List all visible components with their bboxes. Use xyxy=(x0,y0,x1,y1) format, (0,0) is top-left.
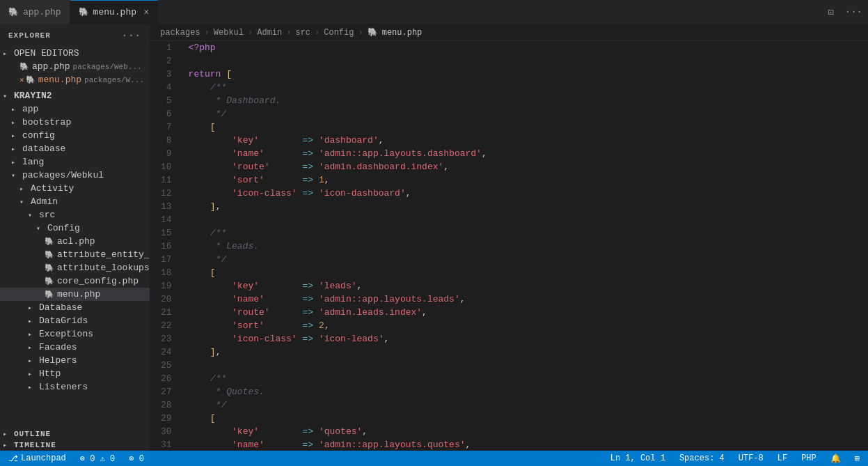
tab-menu-php[interactable]: 🐘 menu.php × xyxy=(70,0,159,24)
folder-helpers[interactable]: ▸ Helpers xyxy=(0,354,150,367)
folder-bootstrap[interactable]: ▸ bootstrap xyxy=(0,116,150,129)
line-code[interactable]: 'name' => 'admin::app.layouts.quotes', xyxy=(183,438,868,451)
file-label: attribute_entity_type... xyxy=(57,249,150,260)
breadcrumb-icon-php: 🐘 xyxy=(368,27,378,38)
errors-warnings[interactable]: ⊗ 0 ⚠ 0 xyxy=(77,453,118,464)
line-code[interactable]: * Quotes. xyxy=(183,385,868,398)
cursor-position[interactable]: Ln 1, Col 1 xyxy=(608,453,668,463)
folder-datagrids[interactable]: ▸ DataGrids xyxy=(0,314,150,327)
explorer-dots-icon[interactable]: ··· xyxy=(122,30,141,41)
open-editors-section[interactable]: ▸ OPEN EDITORS xyxy=(0,47,150,60)
file-attr-lookups[interactable]: 🐘 attribute_lookups.php xyxy=(0,261,150,274)
encoding-label: UTF-8 xyxy=(739,453,764,463)
eol[interactable]: LF xyxy=(775,453,790,463)
table-row: 3return [ xyxy=(150,68,868,81)
indentation[interactable]: Spaces: 4 xyxy=(677,453,727,463)
table-row: 31 'name' => 'admin::app.layouts.quotes'… xyxy=(150,438,868,451)
explorer-header[interactable]: EXPLORER ··· xyxy=(0,24,150,47)
folder-http[interactable]: ▸ Http xyxy=(0,367,150,380)
folder-database[interactable]: ▸ database xyxy=(0,142,150,155)
line-code[interactable]: 'sort' => 1, xyxy=(183,173,868,187)
breadcrumb-src[interactable]: src xyxy=(295,28,310,38)
editor-file-app-php[interactable]: 🐘 app.php packages/Web... xyxy=(0,60,150,73)
file-menu-php[interactable]: 🐘 menu.php xyxy=(0,288,150,301)
line-code[interactable]: 'name' => 'admin::app.layouts.leads', xyxy=(183,293,868,306)
language-mode[interactable]: PHP xyxy=(798,453,819,463)
table-row: 24 ], xyxy=(150,345,868,359)
folder-src[interactable]: ▾ src xyxy=(0,208,150,222)
line-number: 18 xyxy=(150,266,183,279)
chevron-right-icon: ▸ xyxy=(28,357,39,365)
encoding[interactable]: UTF-8 xyxy=(736,453,766,463)
notifications[interactable]: 🔔 xyxy=(828,453,844,464)
folder-admin[interactable]: ▾ Admin xyxy=(0,195,150,208)
folder-activity[interactable]: ▸ Activity xyxy=(0,182,150,195)
line-code[interactable] xyxy=(183,213,868,226)
file-attr-entity[interactable]: 🐘 attribute_entity_type... xyxy=(0,248,150,261)
root-folder-krayin2[interactable]: ▾ KRAYIN2 xyxy=(0,89,150,102)
folder-config[interactable]: ▸ config xyxy=(0,129,150,142)
more-actions-icon[interactable]: ··· xyxy=(842,5,865,19)
php-icon: 🐘 xyxy=(8,7,19,17)
close-modified-icon[interactable]: ✕ xyxy=(19,75,24,84)
chevron-right-icon: ▸ xyxy=(11,145,22,153)
line-code[interactable]: 'key' => 'quotes', xyxy=(183,425,868,438)
file-label: core_config.php xyxy=(57,276,139,286)
line-code[interactable]: /** xyxy=(183,81,868,94)
breadcrumb-admin[interactable]: Admin xyxy=(257,28,282,38)
code-editor[interactable]: 1<?php2 3return [4 /**5 * Dashboard.6 */… xyxy=(150,41,868,451)
line-code[interactable]: [ xyxy=(183,266,868,279)
line-code[interactable]: 'name' => 'admin::app.layouts.dashboard'… xyxy=(183,147,868,160)
line-code[interactable]: /** xyxy=(183,372,868,385)
line-code[interactable]: <?php xyxy=(183,41,868,54)
folder-database2[interactable]: ▸ Database xyxy=(0,301,150,314)
line-code[interactable]: [ xyxy=(183,412,868,425)
line-code[interactable] xyxy=(183,359,868,372)
line-code[interactable]: ], xyxy=(183,345,868,359)
line-code[interactable]: * Dashboard. xyxy=(183,94,868,107)
table-row: 29 [ xyxy=(150,412,868,425)
line-code[interactable]: 'icon-class' => 'icon-dashboard', xyxy=(183,187,868,200)
folder-config-admin[interactable]: ▾ Config xyxy=(0,222,150,235)
folder-listeners[interactable]: ▸ Listeners xyxy=(0,380,150,394)
line-code[interactable]: */ xyxy=(183,253,868,266)
line-number: 16 xyxy=(150,240,183,253)
line-code[interactable] xyxy=(183,54,868,68)
line-code[interactable]: ], xyxy=(183,200,868,213)
line-code[interactable]: */ xyxy=(183,398,868,412)
file-core-config[interactable]: 🐘 core_config.php xyxy=(0,274,150,288)
table-row: 17 */ xyxy=(150,253,868,266)
folder-facades[interactable]: ▸ Facades xyxy=(0,341,150,354)
line-code[interactable]: 'route' => 'admin.leads.index', xyxy=(183,306,868,319)
git-branch[interactable]: ⎇ Launchpad xyxy=(6,453,69,464)
breadcrumb-file[interactable]: menu.php xyxy=(382,28,423,38)
line-code[interactable]: */ xyxy=(183,107,868,121)
outline-section[interactable]: ▸ OUTLINE xyxy=(0,428,150,440)
line-code[interactable]: [ xyxy=(183,121,868,134)
line-code[interactable]: 'sort' => 2, xyxy=(183,319,868,332)
tab-close-icon[interactable]: × xyxy=(143,7,149,18)
folder-lang[interactable]: ▸ lang xyxy=(0,155,150,169)
editor-file-menu-php[interactable]: ✕ 🐘 menu.php packages/W... xyxy=(0,73,150,86)
port-status[interactable]: ⊗ 0 xyxy=(126,453,147,464)
line-code[interactable]: 'icon-class' => 'icon-leads', xyxy=(183,332,868,345)
line-number: 9 xyxy=(150,147,183,160)
line-code[interactable]: * Leads. xyxy=(183,240,868,253)
tab-app-php[interactable]: 🐘 app.php xyxy=(0,0,70,24)
line-code[interactable]: return [ xyxy=(183,68,868,81)
line-code[interactable]: 'key' => 'dashboard', xyxy=(183,134,868,147)
line-code[interactable]: /** xyxy=(183,226,868,240)
timeline-section[interactable]: ▸ TIMELINE xyxy=(0,440,150,451)
folder-packages-webkul[interactable]: ▾ packages/Webkul xyxy=(0,169,150,182)
folder-app[interactable]: ▸ app xyxy=(0,102,150,116)
folder-exceptions[interactable]: ▸ Exceptions xyxy=(0,327,150,341)
file-acl[interactable]: 🐘 acl.php xyxy=(0,235,150,248)
chevron-right-icon: ▸ xyxy=(28,317,39,325)
line-code[interactable]: 'key' => 'leads', xyxy=(183,279,868,293)
breadcrumb-webkul[interactable]: Webkul xyxy=(214,28,244,38)
split-editor-icon[interactable]: ⊡ xyxy=(825,5,836,20)
line-code[interactable]: 'route' => 'admin.dashboard.index', xyxy=(183,160,868,173)
layout-icon-btn[interactable]: ⊞ xyxy=(852,453,862,464)
breadcrumb-config[interactable]: Config xyxy=(324,28,354,38)
breadcrumb-packages[interactable]: packages xyxy=(160,28,200,38)
